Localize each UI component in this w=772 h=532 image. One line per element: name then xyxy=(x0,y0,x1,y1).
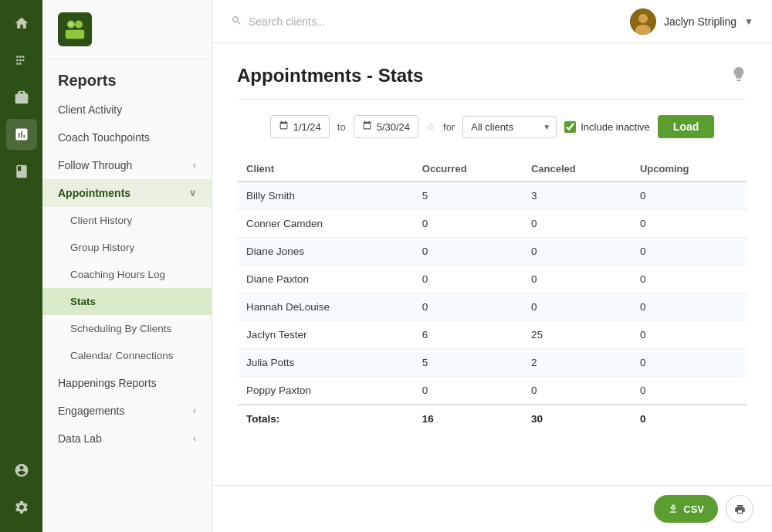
sidebar-item-label-calendar-connections: Calendar Connections xyxy=(70,350,174,361)
sidebar-item-coaching-hours-log[interactable]: Coaching Hours Log xyxy=(42,261,212,288)
sidebar-item-follow-through[interactable]: Follow Through‹ xyxy=(42,151,212,179)
sidebar-item-label-client-activity: Client Activity xyxy=(58,103,122,116)
cell-client-4: Hannah DeLouise xyxy=(237,293,413,321)
content-area: Appointments - Stats 1/1/24 to 5/30/24 ☆ xyxy=(212,43,772,485)
col-header-upcoming: Upcoming xyxy=(631,157,747,181)
cell-occurred-1: 0 xyxy=(413,210,522,238)
cell-client-5: Jaclyn Tester xyxy=(237,321,413,349)
sidebar-title: Reports xyxy=(42,59,212,96)
cell-canceled-6: 2 xyxy=(522,349,631,377)
date-to-value: 5/30/24 xyxy=(377,121,410,133)
sidebar-item-label-engagements: Engagements xyxy=(58,405,124,417)
sidebar-item-happenings-reports[interactable]: Happenings Reports xyxy=(42,369,212,397)
include-inactive-label[interactable]: Include inactive xyxy=(564,121,650,133)
sidebar-item-label-coach-touchpoints: Coach Touchpoints xyxy=(58,131,150,144)
sidebar-item-appointments[interactable]: Appointments∨ xyxy=(42,179,212,207)
sidebar-item-coach-touchpoints[interactable]: Coach Touchpoints xyxy=(42,124,212,151)
csv-label: CSV xyxy=(683,503,704,515)
page-header: Appointments - Stats xyxy=(237,65,747,100)
settings-circle-nav-icon[interactable] xyxy=(6,455,37,486)
cell-canceled-5: 25 xyxy=(522,321,631,349)
sidebar-item-client-history[interactable]: Client History xyxy=(42,207,212,234)
sidebar-item-chevron-appointments: ∨ xyxy=(189,188,196,198)
sidebar-item-scheduling-by-clients[interactable]: Scheduling By Clients xyxy=(42,315,212,342)
sidebar-item-chevron-engagements: ‹ xyxy=(193,405,196,416)
sidebar: Reports Client ActivityCoach Touchpoints… xyxy=(42,0,212,532)
sidebar-item-engagements[interactable]: Engagements‹ xyxy=(42,397,212,425)
cell-client-6: Julia Potts xyxy=(237,349,413,377)
book-nav-icon[interactable] xyxy=(6,156,37,187)
table-row: Conner Camden000 xyxy=(237,210,747,238)
filters-bar: 1/1/24 to 5/30/24 ☆ for All clients Acti… xyxy=(237,115,747,138)
chart-nav-icon[interactable] xyxy=(6,119,37,150)
logo-icon xyxy=(58,12,92,46)
sidebar-item-label-happenings-reports: Happenings Reports xyxy=(58,377,157,389)
cell-canceled-4: 0 xyxy=(522,293,631,321)
calendar-from-icon xyxy=(279,120,289,133)
sidebar-item-label-coaching-hours-log: Coaching Hours Log xyxy=(70,269,165,280)
table-header-row: Client Occurred Canceled Upcoming xyxy=(237,157,747,181)
client-filter-select[interactable]: All clients Active clients Inactive clie… xyxy=(462,116,557,138)
sidebar-item-stats[interactable]: Stats xyxy=(42,288,212,315)
col-header-client: Client xyxy=(237,157,413,181)
print-button[interactable] xyxy=(726,495,753,523)
sidebar-item-data-lab[interactable]: Data Lab‹ xyxy=(42,425,212,452)
sidebar-logo xyxy=(42,0,212,59)
cell-upcoming-7: 0 xyxy=(631,377,747,405)
table-row: Billy Smith530 xyxy=(237,181,747,210)
bottom-bar: CSV xyxy=(212,485,772,532)
main-area: Search clients... Jaclyn Stripling ▼ App… xyxy=(212,0,772,532)
cell-upcoming-2: 0 xyxy=(631,238,747,266)
totals-row: Totals: 16 30 0 xyxy=(237,405,747,432)
lightbulb-icon[interactable] xyxy=(730,66,747,86)
svg-point-5 xyxy=(638,14,648,23)
search-icon xyxy=(231,15,242,29)
cell-client-0: Billy Smith xyxy=(237,181,413,210)
avatar xyxy=(630,8,656,35)
sidebar-item-label-data-lab: Data Lab xyxy=(58,432,102,445)
sidebar-item-label-appointments: Appointments xyxy=(58,187,130,199)
briefcase-nav-icon[interactable] xyxy=(6,82,37,113)
totals-occurred: 16 xyxy=(413,405,522,432)
csv-button[interactable]: CSV xyxy=(654,495,718,523)
calendar-to-icon xyxy=(362,120,372,133)
svg-point-1 xyxy=(75,20,83,28)
sidebar-item-calendar-connections[interactable]: Calendar Connections xyxy=(42,342,212,369)
search-placeholder[interactable]: Search clients... xyxy=(249,15,326,28)
search-container: Search clients... xyxy=(231,15,618,29)
table-row: Diane Paxton000 xyxy=(237,266,747,293)
sidebar-item-label-client-history: Client History xyxy=(70,215,132,226)
gear-nav-icon[interactable] xyxy=(6,492,37,523)
sidebar-item-group-history[interactable]: Group History xyxy=(42,234,212,261)
include-inactive-checkbox[interactable] xyxy=(564,121,576,133)
table-footer: Totals: 16 30 0 xyxy=(237,405,747,432)
cell-upcoming-1: 0 xyxy=(631,210,747,238)
cell-client-3: Diane Paxton xyxy=(237,266,413,293)
user-menu-chevron-icon[interactable]: ▼ xyxy=(744,16,753,27)
user-name[interactable]: Jaclyn Stripling xyxy=(664,15,736,28)
load-button[interactable]: Load xyxy=(658,115,714,138)
cell-occurred-5: 6 xyxy=(413,321,522,349)
cell-upcoming-4: 0 xyxy=(631,293,747,321)
date-from-picker[interactable]: 1/1/24 xyxy=(270,115,330,138)
sidebar-item-label-stats: Stats xyxy=(70,296,96,307)
icon-navigation xyxy=(0,0,42,532)
table-row: Julia Potts520 xyxy=(237,349,747,377)
cell-client-7: Poppy Paxton xyxy=(237,377,413,405)
cell-canceled-0: 3 xyxy=(522,181,631,210)
cell-client-2: Diane Jones xyxy=(237,238,413,266)
sidebar-nav: Client ActivityCoach TouchpointsFollow T… xyxy=(42,96,212,532)
table-row: Diane Jones000 xyxy=(237,238,747,266)
sidebar-item-label-follow-through: Follow Through xyxy=(58,159,132,171)
date-to-picker[interactable]: 5/30/24 xyxy=(354,115,418,138)
for-label: for xyxy=(443,121,455,133)
svg-point-3 xyxy=(69,22,73,27)
table-body: Billy Smith530Conner Camden000Diane Jone… xyxy=(237,181,747,405)
star-icon[interactable]: ☆ xyxy=(426,121,435,133)
sidebar-item-chevron-data-lab: ‹ xyxy=(193,433,196,444)
org-nav-icon[interactable] xyxy=(6,45,37,76)
home-nav-icon[interactable] xyxy=(6,8,37,39)
topbar: Search clients... Jaclyn Stripling ▼ xyxy=(212,0,772,43)
cell-occurred-0: 5 xyxy=(413,181,522,210)
sidebar-item-client-activity[interactable]: Client Activity xyxy=(42,96,212,124)
